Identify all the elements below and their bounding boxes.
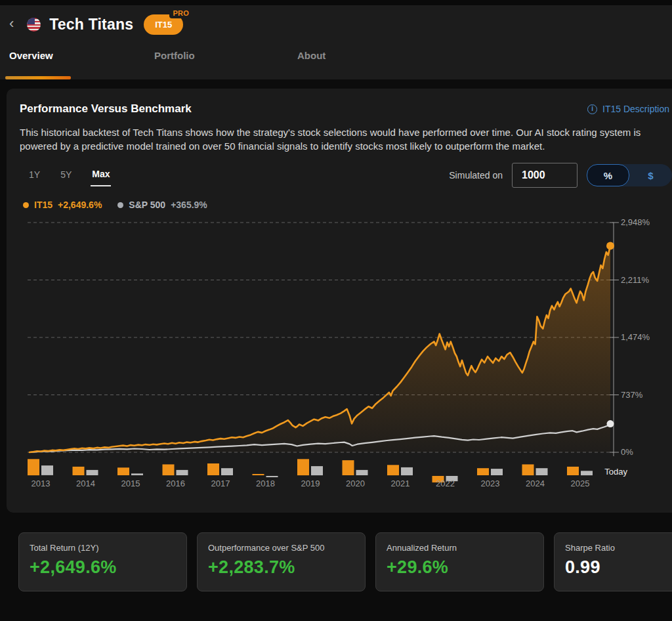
stat-card-sharpe-ratio: Sharpe Ratio 0.99 xyxy=(554,532,672,591)
stat-card-outperformance: Outperformance over S&P 500 +2,283.7% xyxy=(197,532,366,591)
stat-label: Sharpe Ratio xyxy=(565,543,672,553)
dollar-toggle-button[interactable]: $ xyxy=(629,164,672,186)
legend-it15-value: +2,649.6% xyxy=(58,200,102,210)
x-axis-year-label: 2014 xyxy=(64,479,108,488)
description-link[interactable]: IT15 Description xyxy=(587,104,669,114)
simulated-amount-input[interactable] xyxy=(512,163,578,188)
range-5y-button[interactable]: 5Y xyxy=(59,165,73,186)
x-axis-year-label: 2018 xyxy=(243,479,288,488)
x-axis-year-label: 2013 xyxy=(18,479,63,488)
back-button[interactable]: ‹ xyxy=(9,16,14,31)
x-axis-year-label: 2023 xyxy=(468,479,513,488)
stat-value: 0.99 xyxy=(565,557,672,578)
legend-dot-it15-icon xyxy=(23,202,29,208)
x-axis-year-label: 2020 xyxy=(333,479,378,488)
performance-panel: Performance Versus Benchmark IT15 Descri… xyxy=(7,89,672,513)
title-row: ‹ Tech Titans IT15 PRO xyxy=(0,5,672,37)
range-selector: 1Y 5Y Max xyxy=(20,165,111,186)
tab-about[interactable]: About xyxy=(297,50,326,79)
stats-row: Total Return (12Y) +2,649.6% Outperforma… xyxy=(18,532,672,591)
percent-toggle-button[interactable]: % xyxy=(587,164,629,186)
y-axis-label: 737% xyxy=(621,390,642,400)
unit-toggle: % $ xyxy=(587,164,672,186)
legend-sp500-value: +365.9% xyxy=(171,200,207,210)
stat-value: +2,283.7% xyxy=(208,557,354,578)
page-body: Performance Versus Benchmark IT15 Descri… xyxy=(0,79,672,591)
range-max-button[interactable]: Max xyxy=(91,165,111,186)
stat-label: Outperformance over S&P 500 xyxy=(208,543,354,553)
tab-portfolio-label: Portfolio xyxy=(154,50,195,61)
panel-title: Performance Versus Benchmark xyxy=(20,102,192,116)
today-label: Today xyxy=(587,467,627,477)
page-title: Tech Titans xyxy=(49,16,133,33)
stat-label: Total Return (12Y) xyxy=(30,543,176,553)
pro-tag: PRO xyxy=(169,9,192,18)
legend-dot-sp500-icon xyxy=(117,202,123,208)
simulation-controls: Simulated on % $ xyxy=(449,163,672,188)
legend-it15-name: IT15 xyxy=(34,200,52,210)
us-flag-icon xyxy=(27,18,41,32)
info-icon xyxy=(587,104,597,114)
x-axis-year-label: 2016 xyxy=(154,479,198,488)
tab-bar: Overview Portfolio About xyxy=(0,50,672,79)
panel-description: This historical backtest of Tech Titans … xyxy=(20,125,666,153)
top-strip xyxy=(0,0,672,5)
range-1y-button[interactable]: 1Y xyxy=(28,165,41,186)
chart-legend: IT15 +2,649.6% S&P 500 +365.9% xyxy=(23,200,672,210)
tab-overview[interactable]: Overview xyxy=(9,50,66,79)
x-axis-year-label: 2021 xyxy=(378,479,423,488)
y-axis-label: 2,948% xyxy=(621,217,650,227)
active-tab-underline xyxy=(5,76,71,79)
strategy-badge-wrap: IT15 PRO xyxy=(144,14,183,35)
tab-portfolio[interactable]: Portfolio xyxy=(154,50,207,79)
app-header: ‹ Tech Titans IT15 PRO Overview Portfoli… xyxy=(0,5,672,79)
y-axis-label: 0% xyxy=(621,447,633,457)
y-axis-label: 2,211% xyxy=(621,275,649,285)
x-axis-year-label: 2022 xyxy=(423,479,468,488)
description-link-label: IT15 Description xyxy=(602,104,669,114)
tab-overview-label: Overview xyxy=(9,50,53,61)
y-axis-label: 1,474% xyxy=(621,332,650,342)
simulated-on-label: Simulated on xyxy=(449,170,503,181)
chart-controls: 1Y 5Y Max Simulated on % $ xyxy=(20,163,672,188)
x-axis-year-label: 2019 xyxy=(288,479,333,488)
legend-sp500-name: S&P 500 xyxy=(129,200,165,210)
stat-value: +2,649.6% xyxy=(30,557,176,578)
performance-chart[interactable]: 2,948%2,211%1,474%737%0%2013201420152016… xyxy=(20,214,672,493)
x-axis-year-label: 2017 xyxy=(198,479,243,488)
stat-card-total-return: Total Return (12Y) +2,649.6% xyxy=(18,532,187,591)
stat-label: Annualized Return xyxy=(387,543,533,553)
x-axis-year-label: 2024 xyxy=(513,479,558,488)
chart-canvas[interactable] xyxy=(20,214,669,493)
tab-about-label: About xyxy=(297,50,326,61)
stat-value: +29.6% xyxy=(387,557,533,578)
x-axis-year-label: 2025 xyxy=(558,479,602,488)
stat-card-annualized-return: Annualized Return +29.6% xyxy=(375,532,544,591)
x-axis-year-label: 2015 xyxy=(108,479,153,488)
